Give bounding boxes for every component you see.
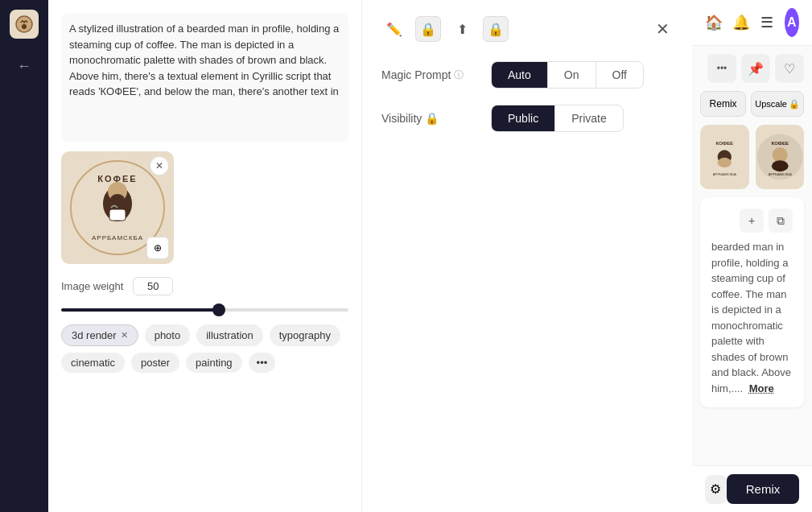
- home-button[interactable]: 🏠: [705, 8, 723, 37]
- remix-button-group: Remix ▾: [727, 474, 799, 504]
- tag-remove-icon[interactable]: ✕: [121, 330, 128, 341]
- sidebar-logo[interactable]: [10, 10, 39, 39]
- avatar-button[interactable]: A: [785, 8, 800, 37]
- right-content: ••• 📌 ♡ Remix Upscale 🔒 КОФЕЕ АРРБАМСКБА: [692, 46, 812, 465]
- svg-point-1: [22, 24, 27, 29]
- visibility-toggle: Public Private: [491, 105, 624, 132]
- filter-button[interactable]: ⚙: [705, 475, 727, 504]
- visibility-row: Visibility 🔒 Public Private: [381, 105, 673, 132]
- visibility-label: Visibility 🔒: [381, 112, 478, 125]
- prompt-text: A stylized illustration of a bearded man…: [61, 13, 348, 142]
- thumbnails-row: КОФЕЕ АРРБАМСКБА КОФЕЕ АРРБАМСКБА: [700, 125, 804, 189]
- tag-typography[interactable]: typography: [270, 324, 340, 346]
- svg-point-6: [110, 194, 125, 205]
- svg-text:АРРБАМСКБА: АРРБАМСКБА: [768, 172, 791, 176]
- image-action-buttons: Remix Upscale 🔒: [700, 91, 804, 117]
- upscale-button[interactable]: Upscale 🔒: [751, 91, 804, 117]
- thumbnail-2[interactable]: КОФЕЕ АРРБАМСКБА: [756, 125, 805, 189]
- visibility-lock-icon: 🔒: [425, 112, 439, 125]
- magic-prompt-toggle: Auto On Off: [491, 61, 644, 89]
- upload-lock-icon[interactable]: 🔒: [483, 16, 509, 42]
- copy-button[interactable]: ⧉: [769, 209, 793, 233]
- image-weight-row: Image weight 50: [61, 277, 348, 295]
- back-button[interactable]: ←: [10, 52, 39, 81]
- uploaded-image: ✕ КОФЕЕ АРРБАМСКБА: [61, 151, 174, 264]
- svg-text:КОФЕЕ: КОФЕЕ: [715, 141, 733, 146]
- add-reference-button[interactable]: ⊕: [146, 237, 169, 259]
- tag-cinematic[interactable]: cinematic: [61, 353, 125, 373]
- description-text: bearded man in profile, holding a steami…: [711, 239, 793, 396]
- settings-section: ✏️ 🔒 ⬆ 🔒 ✕ Magic Prompt ⓘ Auto On Off Vi…: [362, 0, 692, 512]
- nav-header: 🏠 🔔 ☰ A: [692, 0, 812, 46]
- bell-button[interactable]: 🔔: [732, 8, 750, 37]
- description-actions: + ⧉: [711, 209, 793, 233]
- three-dots-button[interactable]: •••: [707, 54, 736, 83]
- remove-image-button[interactable]: ✕: [150, 156, 169, 175]
- visibility-private[interactable]: Private: [555, 105, 623, 131]
- close-modal-button[interactable]: ✕: [653, 16, 673, 42]
- menu-button[interactable]: ☰: [760, 8, 775, 37]
- svg-point-17: [771, 160, 788, 171]
- svg-text:АРРБАМСКБА: АРРБАМСКБА: [92, 234, 143, 242]
- bottom-toolbar: ⚙ Remix ▾: [692, 465, 812, 512]
- image-weight-value: 50: [133, 277, 173, 295]
- modal-toolbar: ✏️ 🔒 ⬆ 🔒 ✕: [381, 16, 673, 42]
- toolbar-left-icons: ✏️ 🔒 ⬆ 🔒: [381, 16, 509, 42]
- right-panel: 🏠 🔔 ☰ A ••• 📌 ♡ Remix Upscale 🔒 КОФЕЕ: [692, 0, 812, 512]
- magic-prompt-row: Magic Prompt ⓘ Auto On Off: [381, 61, 673, 89]
- more-link[interactable]: More: [749, 382, 774, 394]
- thumbnail-1[interactable]: КОФЕЕ АРРБАМСКБА: [700, 125, 749, 189]
- tag-poster[interactable]: poster: [131, 353, 179, 373]
- visibility-public[interactable]: Public: [492, 105, 555, 131]
- upload-icon[interactable]: ⬆: [449, 16, 475, 42]
- image-weight-slider[interactable]: [61, 308, 348, 312]
- svg-point-12: [718, 158, 732, 167]
- description-card: + ⧉ bearded man in profile, holding a st…: [700, 197, 804, 407]
- tag-photo[interactable]: photo: [145, 324, 191, 346]
- pin-button[interactable]: 📌: [741, 54, 770, 83]
- tag-3d-render[interactable]: 3d render ✕: [61, 324, 138, 346]
- svg-point-16: [772, 147, 787, 163]
- magic-prompt-off[interactable]: Off: [596, 62, 643, 88]
- magic-prompt-auto[interactable]: Auto: [492, 62, 548, 88]
- magic-prompt-on[interactable]: On: [548, 62, 596, 88]
- svg-text:КОФЕЕ: КОФЕЕ: [771, 141, 789, 146]
- svg-text:АРРБАМСКБА: АРРБАМСКБА: [713, 172, 736, 176]
- edit-lock-icon[interactable]: 🔒: [415, 16, 441, 42]
- edit-icon[interactable]: ✏️: [381, 16, 407, 42]
- upscale-lock-icon: 🔒: [789, 99, 800, 109]
- heart-button[interactable]: ♡: [775, 54, 804, 83]
- modal-panel: A stylized illustration of a bearded man…: [48, 0, 692, 512]
- magic-prompt-label: Magic Prompt ⓘ: [381, 68, 478, 82]
- tag-painting[interactable]: painting: [186, 353, 242, 373]
- image-weight-label: Image weight: [61, 280, 123, 292]
- tags-row: 3d render ✕ photo illustration typograph…: [61, 324, 348, 373]
- remix-main-button[interactable]: Remix: [727, 474, 799, 504]
- action-icons-row: ••• 📌 ♡: [700, 54, 804, 83]
- more-tags-button[interactable]: •••: [249, 353, 276, 373]
- add-to-collection-button[interactable]: +: [740, 209, 764, 233]
- sidebar: ←: [0, 0, 48, 512]
- prompt-editor: A stylized illustration of a bearded man…: [48, 0, 362, 512]
- remix-small-button[interactable]: Remix: [700, 91, 746, 117]
- magic-prompt-info-icon[interactable]: ⓘ: [454, 68, 464, 82]
- tag-illustration[interactable]: illustration: [196, 324, 263, 346]
- svg-rect-7: [109, 209, 126, 221]
